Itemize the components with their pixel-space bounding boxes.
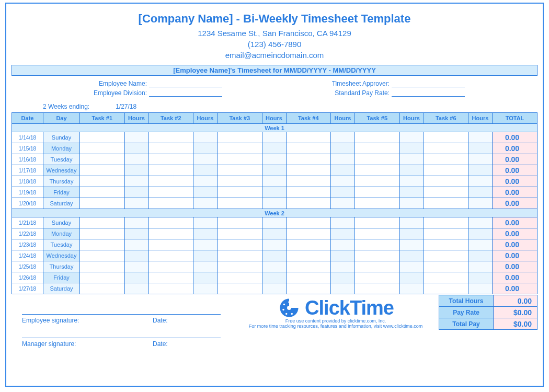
hours-cell[interactable] (468, 143, 493, 154)
task-cell[interactable] (355, 261, 400, 272)
hours-cell[interactable] (262, 250, 286, 261)
task-cell[interactable] (424, 198, 468, 209)
hours-cell[interactable] (468, 198, 493, 209)
hours-cell[interactable] (399, 176, 424, 187)
hours-cell[interactable] (331, 154, 355, 165)
hours-cell[interactable] (468, 132, 493, 143)
task-cell[interactable] (355, 239, 400, 250)
hours-cell[interactable] (331, 283, 355, 294)
hours-cell[interactable] (331, 165, 355, 176)
task-cell[interactable] (355, 228, 400, 239)
task-cell[interactable] (286, 132, 331, 143)
task-cell[interactable] (80, 143, 125, 154)
hours-cell[interactable] (331, 217, 355, 228)
hours-cell[interactable] (124, 239, 148, 250)
task-cell[interactable] (424, 154, 468, 165)
hours-cell[interactable] (124, 187, 148, 198)
task-cell[interactable] (286, 187, 331, 198)
pay-rate-input[interactable] (392, 90, 465, 97)
task-cell[interactable] (355, 176, 400, 187)
hours-cell[interactable] (399, 143, 424, 154)
task-cell[interactable] (424, 132, 468, 143)
hours-cell[interactable] (399, 198, 424, 209)
hours-cell[interactable] (262, 187, 286, 198)
hours-cell[interactable] (262, 132, 286, 143)
manager-signature-line[interactable] (22, 338, 221, 338)
hours-cell[interactable] (468, 261, 493, 272)
hours-cell[interactable] (331, 261, 355, 272)
task-cell[interactable] (218, 283, 262, 294)
hours-cell[interactable] (193, 239, 218, 250)
hours-cell[interactable] (262, 176, 286, 187)
hours-cell[interactable] (468, 165, 493, 176)
hours-cell[interactable] (468, 283, 493, 294)
hours-cell[interactable] (193, 165, 218, 176)
task-cell[interactable] (424, 261, 468, 272)
hours-cell[interactable] (331, 187, 355, 198)
hours-cell[interactable] (262, 165, 286, 176)
employee-signature-line[interactable] (22, 314, 221, 315)
task-cell[interactable] (80, 228, 125, 239)
task-cell[interactable] (218, 250, 262, 261)
task-cell[interactable] (286, 228, 331, 239)
task-cell[interactable] (355, 198, 400, 209)
hours-cell[interactable] (124, 283, 148, 294)
hours-cell[interactable] (399, 217, 424, 228)
hours-cell[interactable] (331, 250, 355, 261)
task-cell[interactable] (286, 176, 331, 187)
hours-cell[interactable] (124, 250, 148, 261)
task-cell[interactable] (218, 228, 262, 239)
hours-cell[interactable] (399, 239, 424, 250)
hours-cell[interactable] (124, 165, 148, 176)
task-cell[interactable] (355, 154, 400, 165)
hours-cell[interactable] (468, 217, 493, 228)
hours-cell[interactable] (468, 272, 493, 283)
task-cell[interactable] (148, 187, 193, 198)
task-cell[interactable] (148, 143, 193, 154)
task-cell[interactable] (218, 261, 262, 272)
hours-cell[interactable] (193, 143, 218, 154)
task-cell[interactable] (218, 239, 262, 250)
task-cell[interactable] (80, 154, 125, 165)
hours-cell[interactable] (331, 198, 355, 209)
hours-cell[interactable] (468, 176, 493, 187)
task-cell[interactable] (424, 187, 468, 198)
hours-cell[interactable] (331, 132, 355, 143)
task-cell[interactable] (355, 187, 400, 198)
hours-cell[interactable] (468, 154, 493, 165)
task-cell[interactable] (286, 272, 331, 283)
hours-cell[interactable] (124, 261, 148, 272)
task-cell[interactable] (148, 132, 193, 143)
task-cell[interactable] (355, 143, 400, 154)
hours-cell[interactable] (124, 143, 148, 154)
task-cell[interactable] (355, 250, 400, 261)
task-cell[interactable] (218, 198, 262, 209)
task-cell[interactable] (286, 261, 331, 272)
task-cell[interactable] (80, 217, 125, 228)
hours-cell[interactable] (331, 239, 355, 250)
task-cell[interactable] (148, 165, 193, 176)
task-cell[interactable] (80, 272, 125, 283)
hours-cell[interactable] (399, 228, 424, 239)
hours-cell[interactable] (262, 154, 286, 165)
hours-cell[interactable] (262, 239, 286, 250)
task-cell[interactable] (80, 198, 125, 209)
employee-name-input[interactable] (149, 80, 222, 87)
task-cell[interactable] (286, 239, 331, 250)
hours-cell[interactable] (193, 154, 218, 165)
task-cell[interactable] (286, 283, 331, 294)
hours-cell[interactable] (262, 261, 286, 272)
hours-cell[interactable] (124, 228, 148, 239)
hours-cell[interactable] (193, 217, 218, 228)
hours-cell[interactable] (124, 272, 148, 283)
hours-cell[interactable] (399, 250, 424, 261)
task-cell[interactable] (424, 176, 468, 187)
hours-cell[interactable] (193, 176, 218, 187)
hours-cell[interactable] (262, 283, 286, 294)
task-cell[interactable] (148, 228, 193, 239)
task-cell[interactable] (355, 272, 400, 283)
task-cell[interactable] (80, 261, 125, 272)
task-cell[interactable] (218, 187, 262, 198)
task-cell[interactable] (424, 228, 468, 239)
hours-cell[interactable] (193, 198, 218, 209)
